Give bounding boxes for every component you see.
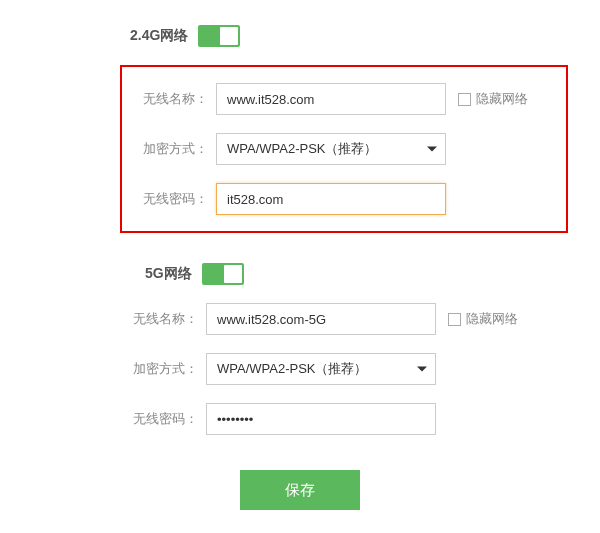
band5-password-input[interactable]: [206, 403, 436, 435]
chevron-down-icon: [417, 367, 427, 372]
band24-title: 2.4G网络: [130, 27, 188, 45]
band24-hide-checkbox-wrap[interactable]: 隐藏网络: [458, 90, 528, 108]
band5-settings-group: 无线名称： 隐藏网络 加密方式： WPA/WPA2-PSK（推荐） 无线密码：: [120, 303, 568, 435]
band24-password-input[interactable]: [216, 183, 446, 215]
chevron-down-icon: [427, 147, 437, 152]
band24-ssid-input[interactable]: [216, 83, 446, 115]
actions-row: 保存: [0, 470, 600, 510]
band24-encryption-select[interactable]: WPA/WPA2-PSK（推荐）: [216, 133, 446, 165]
band5-hide-checkbox-wrap[interactable]: 隐藏网络: [448, 310, 518, 328]
checkbox-icon: [448, 313, 461, 326]
band24-toggle[interactable]: [198, 25, 240, 47]
band5-password-label: 无线密码：: [120, 410, 198, 428]
band5-ssid-input[interactable]: [206, 303, 436, 335]
band5-ssid-row: 无线名称： 隐藏网络: [120, 303, 568, 335]
band24-ssid-row: 无线名称： 隐藏网络: [122, 83, 566, 115]
band24-encryption-value: WPA/WPA2-PSK（推荐）: [227, 140, 417, 158]
band5-encryption-select[interactable]: WPA/WPA2-PSK（推荐）: [206, 353, 436, 385]
band5-encryption-value: WPA/WPA2-PSK（推荐）: [217, 360, 407, 378]
band5-toggle[interactable]: [202, 263, 244, 285]
band5-encryption-label: 加密方式：: [120, 360, 198, 378]
band5-header: 5G网络: [0, 263, 600, 285]
band5-encryption-row: 加密方式： WPA/WPA2-PSK（推荐）: [120, 353, 568, 385]
band5-password-row: 无线密码：: [120, 403, 568, 435]
band5-title: 5G网络: [145, 265, 192, 283]
band24-header: 2.4G网络: [0, 25, 600, 47]
band5-hide-label: 隐藏网络: [466, 310, 518, 328]
band24-password-row: 无线密码：: [122, 183, 566, 215]
save-button[interactable]: 保存: [240, 470, 360, 510]
band24-encryption-row: 加密方式： WPA/WPA2-PSK（推荐）: [122, 133, 566, 165]
checkbox-icon: [458, 93, 471, 106]
band5-ssid-label: 无线名称：: [120, 310, 198, 328]
band24-encryption-label: 加密方式：: [130, 140, 208, 158]
band24-hide-label: 隐藏网络: [476, 90, 528, 108]
band24-password-label: 无线密码：: [130, 190, 208, 208]
band24-ssid-label: 无线名称：: [130, 90, 208, 108]
band24-settings-box: 无线名称： 隐藏网络 加密方式： WPA/WPA2-PSK（推荐） 无线密码：: [120, 65, 568, 233]
